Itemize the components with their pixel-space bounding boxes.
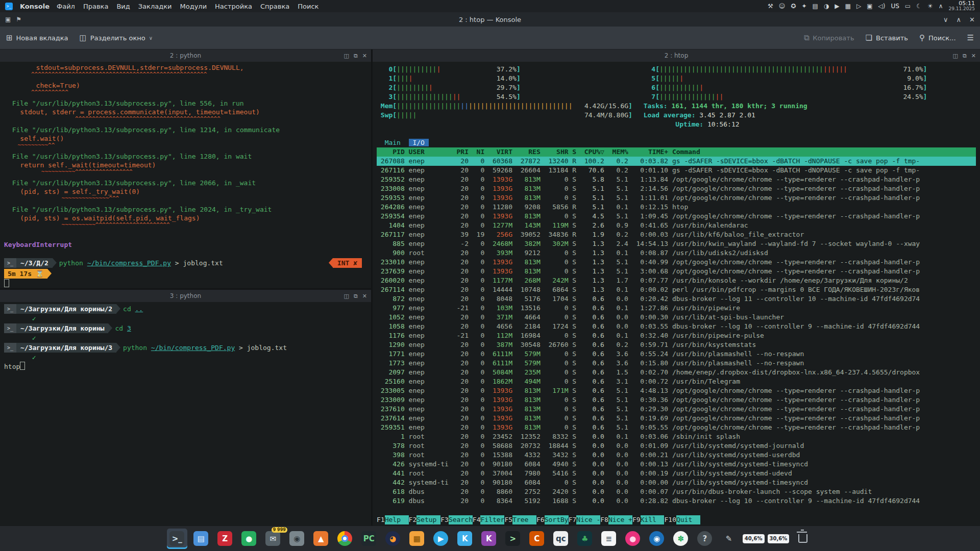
taskbar-app-chrome[interactable] bbox=[335, 529, 355, 549]
process-row[interactable]: 259352enep2001393G813M0S5.85.11:13.84/op… bbox=[377, 175, 976, 184]
column-header-4[interactable]: VIRT bbox=[488, 147, 512, 157]
menu-item-закладки[interactable]: Закладки bbox=[138, 3, 172, 10]
pane-close-icon[interactable]: ✕ bbox=[362, 53, 367, 59]
process-row[interactable]: 267116enep200592682660413184R70.60.20:01… bbox=[377, 166, 976, 175]
pane-detach-icon[interactable]: ⧉ bbox=[354, 53, 358, 59]
menu-item-модули[interactable]: Модули bbox=[180, 3, 207, 10]
menu-item-настройка[interactable]: Настройка bbox=[215, 3, 252, 10]
fkey-f7[interactable]: F7Nice - bbox=[569, 516, 601, 523]
search-button[interactable]: ⚲ Поиск... bbox=[919, 33, 956, 42]
tray-brightness-icon[interactable]: ☀ bbox=[927, 0, 933, 12]
taskbar-app-files[interactable]: ▤ bbox=[191, 529, 211, 549]
taskbar-app-c[interactable]: C bbox=[527, 529, 547, 549]
process-row[interactable]: 1773enep2006111M579M0S0.63.60:15.80/usr/… bbox=[377, 359, 976, 368]
taskbar-app-docs[interactable]: ≡ bbox=[599, 529, 619, 549]
fkey-f8[interactable]: F8Nice + bbox=[600, 516, 632, 523]
process-row[interactable]: 237610enep2001393G813M0S0.65.10:29.30/op… bbox=[377, 405, 976, 414]
taskbar-app-tree[interactable]: ♣ bbox=[575, 529, 595, 549]
process-row[interactable]: 885enep-202468M382M302MS1.32.414:54.13/u… bbox=[377, 239, 976, 248]
taskbar-app-kde[interactable]: K bbox=[455, 529, 475, 549]
menu-item-правка[interactable]: Правка bbox=[83, 3, 108, 10]
tray-nightcolor-icon[interactable]: ◑ bbox=[824, 0, 829, 12]
column-header-5[interactable]: RES bbox=[517, 147, 541, 157]
htop-terminal[interactable]: 0[|||||||||||37.2%]1[||||14.0%]2[|||||||… bbox=[373, 62, 980, 526]
tray-media-icon[interactable]: ▷ bbox=[856, 0, 861, 12]
htop-tab-io[interactable]: I/O bbox=[409, 139, 429, 146]
tray-expand-icon[interactable]: ∧ bbox=[939, 0, 943, 12]
terminal-python-3[interactable]: >_~/Загрузки/Для корины/2cd .. ✓>_~/Загр… bbox=[0, 302, 371, 526]
process-row[interactable]: 233005enep2001393G813M171MS0.65.14:48.13… bbox=[377, 386, 976, 395]
clock[interactable]: 05:11 29.11.2025 bbox=[948, 1, 975, 12]
taskbar-app-mail[interactable]: ✉9 999 bbox=[263, 529, 283, 549]
menu-app-name[interactable]: Konsole bbox=[20, 3, 50, 10]
pane-python-2[interactable]: 2 : python ◫⧉✕ stdout=subprocess.DEVNULL… bbox=[0, 49, 371, 290]
taskbar-app-qc[interactable]: qc bbox=[551, 529, 571, 549]
taskbar-app-vlc[interactable]: ▲ bbox=[311, 529, 331, 549]
column-header-11[interactable]: Command bbox=[672, 147, 976, 157]
taskbar-app-krita[interactable]: K bbox=[479, 529, 499, 549]
process-row[interactable]: 398root2001538843323432S0.00.00:00.21/us… bbox=[377, 450, 976, 460]
column-header-7[interactable]: S bbox=[572, 147, 576, 157]
tray-send-icon[interactable]: ▶ bbox=[835, 0, 839, 12]
keyboard-layout-indicator[interactable]: US bbox=[891, 3, 899, 10]
process-row[interactable]: 2097enep2005084M235M0S0.61.50:02.70/home… bbox=[377, 368, 976, 377]
pane-htop[interactable]: 2 : htop ◫⧉✕ 0[|||||||||||37.2%]1[||||14… bbox=[373, 49, 980, 526]
process-row[interactable]: 872enep200804851761704S0.60.00:20.42dbus… bbox=[377, 294, 976, 304]
column-header-8[interactable]: CPU%▽ bbox=[580, 147, 604, 157]
fkey-f6[interactable]: F6SortBy bbox=[536, 516, 569, 523]
fkey-f5[interactable]: F5Tree bbox=[504, 516, 536, 523]
pane-detach-icon[interactable]: ⧉ bbox=[963, 53, 967, 59]
taskbar-app-pink[interactable]: ● bbox=[623, 529, 643, 549]
process-row[interactable]: 25160enep2001862M494M0S0.63.10:00.72/usr… bbox=[377, 377, 976, 386]
maximize-icon[interactable]: ∧ bbox=[957, 16, 962, 23]
process-row[interactable]: 900root200393M92120S1.30.10:08.87/usr/li… bbox=[377, 248, 976, 258]
process-row[interactable]: 1176enep-210112M169840S0.60.10:32.40/usr… bbox=[377, 331, 976, 340]
tray-screen-icon[interactable]: ▣ bbox=[867, 0, 872, 12]
taskbar-app-help[interactable]: ? bbox=[695, 529, 715, 549]
process-row[interactable]: 442systemd-ti2009018060840S0.00.00:00.00… bbox=[377, 478, 976, 487]
process-row[interactable]: 1290enep200387M3054826760S0.60.20:59.71/… bbox=[377, 340, 976, 349]
close-icon[interactable]: ✕ bbox=[969, 16, 975, 23]
new-tab-button[interactable]: ⊞ Новая вкладка bbox=[6, 33, 68, 42]
process-row[interactable]: 259354enep2001393G813M0S4.55.11:09.45/op… bbox=[377, 212, 976, 221]
process-row[interactable]: 441root2003700479805416S0.00.00:00.19/us… bbox=[377, 469, 976, 478]
fkey-f10[interactable]: F10Quit bbox=[664, 516, 700, 523]
menu-item-поиск[interactable]: Поиск bbox=[298, 3, 318, 10]
column-header-6[interactable]: SHR bbox=[545, 147, 569, 157]
process-row[interactable]: 426systemd-ti2009018060844940S0.00.00:00… bbox=[377, 460, 976, 469]
process-row[interactable]: 260020enep2001177M268M242MS1.31.70:07.77… bbox=[377, 276, 976, 285]
column-header-9[interactable]: MEM% bbox=[608, 147, 628, 157]
process-row[interactable]: 259353enep2001393G813M0S5.15.11:11.01/op… bbox=[377, 193, 976, 203]
process-row[interactable]: 267114enep20014444107486864S1.30.10:00.0… bbox=[377, 285, 976, 294]
copy-button[interactable]: ⧉ Копировать bbox=[804, 33, 854, 42]
pane-split-icon[interactable]: ◫ bbox=[953, 53, 958, 59]
taskbar-app-konsole[interactable]: >_ bbox=[167, 529, 187, 549]
tray-night-icon[interactable]: ☾ bbox=[916, 0, 922, 12]
pane-split-icon[interactable]: ◫ bbox=[344, 53, 349, 59]
pane-detach-icon[interactable]: ⧉ bbox=[354, 293, 358, 299]
process-row[interactable]: 259351enep2001393G813M0S0.65.10:05.55/op… bbox=[377, 423, 976, 432]
tray-user-icon[interactable]: ☺ bbox=[779, 0, 786, 12]
terminal-python-2[interactable]: stdout=subprocess.DEVNULL,stderr=subproc… bbox=[0, 62, 371, 288]
ram-usage-widget[interactable]: 30,6% bbox=[768, 534, 790, 543]
minimize-icon[interactable]: ∨ bbox=[943, 16, 948, 23]
pane-split-icon[interactable]: ◫ bbox=[344, 293, 349, 299]
pin-icon[interactable]: ⚑ bbox=[16, 16, 21, 23]
taskbar-app-pycharm[interactable]: PC bbox=[359, 529, 379, 549]
taskbar-app-terminal[interactable]: > bbox=[503, 529, 523, 549]
fkey-f2[interactable]: F2Setup bbox=[409, 516, 441, 523]
taskbar-app-firefox[interactable]: ◕ bbox=[383, 529, 403, 549]
tray-tools-icon[interactable]: ⚒ bbox=[768, 0, 773, 12]
process-row[interactable]: 1058enep200465621841724S0.60.00:03.55dbu… bbox=[377, 322, 976, 331]
taskbar-app-pen[interactable]: ✎ bbox=[719, 529, 739, 549]
pane-close-icon[interactable]: ✕ bbox=[362, 293, 367, 299]
process-row[interactable]: 237614enep2001393G813M0S0.65.10:19.69/op… bbox=[377, 414, 976, 423]
fkey-f3[interactable]: F3Search bbox=[440, 516, 473, 523]
htop-table-header[interactable]: PIDUSERPRINIVIRTRESSHRSCPU%▽MEM%TIME+Com… bbox=[377, 147, 976, 157]
process-row[interactable]: 267117enep3919256G3905234836R1.90.20:00.… bbox=[377, 230, 976, 239]
process-row[interactable]: 1404enep2001277M143M119MS2.60.90:41.65/u… bbox=[377, 221, 976, 230]
process-row[interactable]: 1771enep2006111M579M0S0.63.60:55.24/usr/… bbox=[377, 349, 976, 359]
fkey-f4[interactable]: F4Filter bbox=[473, 516, 505, 523]
menu-item-справка[interactable]: Справка bbox=[260, 3, 289, 10]
process-row[interactable]: 1root20023452123528332S0.00.10:03.06/sbi… bbox=[377, 432, 976, 441]
